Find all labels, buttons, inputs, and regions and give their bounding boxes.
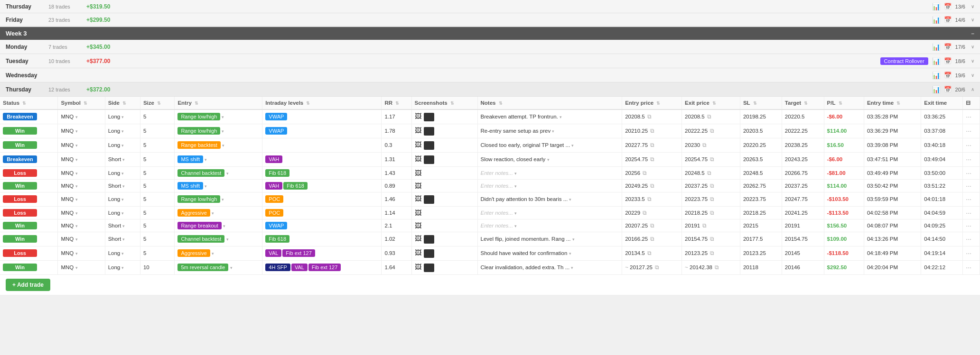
add-screenshot-icon[interactable]: 🖼 xyxy=(415,169,421,177)
entry-dropdown[interactable]: ▾ xyxy=(205,157,207,162)
add-screenshot-icon[interactable]: 🖼 xyxy=(415,249,421,256)
notes-dropdown[interactable]: ▾ xyxy=(514,184,517,189)
col-header-notes[interactable]: Notes ⇅ xyxy=(477,97,622,109)
notes-cell[interactable]: Enter notes... ▾ xyxy=(477,219,622,232)
copy-icon[interactable]: ⧉ xyxy=(647,196,652,202)
screenshot-thumb[interactable] xyxy=(424,127,434,136)
calendar-icon[interactable]: 📅 xyxy=(944,86,952,93)
chart-icon[interactable]: 📊 xyxy=(932,43,940,51)
side-dropdown[interactable]: ▾ xyxy=(122,224,125,228)
notes-cell[interactable]: Re-entry same setup as prev ▾ xyxy=(477,124,622,138)
symbol-dropdown[interactable]: ▾ xyxy=(75,184,78,189)
chart-icon[interactable]: 📊 xyxy=(932,57,940,65)
entry-dropdown[interactable]: ▾ xyxy=(222,197,224,202)
add-screenshot-icon[interactable]: 🖼 xyxy=(415,155,421,163)
more-cell[interactable]: ··· xyxy=(963,260,980,274)
chart-icon[interactable]: 📊 xyxy=(932,3,940,10)
more-icon[interactable]: ··· xyxy=(966,264,971,271)
copy-icon[interactable]: ⧉ xyxy=(647,250,652,256)
side-dropdown[interactable]: ▾ xyxy=(121,171,124,176)
entry-dropdown[interactable]: ▾ xyxy=(212,251,214,256)
symbol-dropdown[interactable]: ▾ xyxy=(75,143,78,148)
notes-dropdown[interactable]: ▾ xyxy=(569,251,571,256)
copy-icon[interactable]: ⧉ xyxy=(710,250,714,256)
chart-icon[interactable]: 📊 xyxy=(932,86,940,93)
add-screenshot-icon[interactable]: 🖼 xyxy=(415,112,421,120)
symbol-dropdown[interactable]: ▾ xyxy=(75,129,78,134)
add-screenshot-icon[interactable]: 🖼 xyxy=(415,222,421,229)
col-header-exit-price[interactable]: Exit price ⇅ xyxy=(682,97,740,109)
chart-icon[interactable]: 📊 xyxy=(932,72,940,79)
more-cell[interactable]: ··· xyxy=(963,138,980,152)
screenshot-thumb[interactable] xyxy=(424,249,434,258)
col-header-exit-time[interactable]: Exit time xyxy=(921,97,963,109)
more-icon[interactable]: ··· xyxy=(966,113,971,120)
notes-cell[interactable]: Slow reaction, closed early ▾ xyxy=(477,152,622,166)
add-screenshot-icon[interactable]: 🖼 xyxy=(415,195,421,202)
side-dropdown[interactable]: ▾ xyxy=(121,197,124,202)
copy-icon[interactable]: ⧉ xyxy=(715,264,719,271)
col-header-entry-time[interactable]: Entry time ⇅ xyxy=(864,97,921,109)
notes-dropdown[interactable]: ▾ xyxy=(571,143,574,148)
entry-dropdown[interactable]: ▾ xyxy=(222,129,224,134)
notes-dropdown[interactable]: ▾ xyxy=(547,157,550,162)
calendar-icon[interactable]: 📅 xyxy=(944,3,952,10)
screenshots-cell[interactable]: 🖼 xyxy=(411,192,477,206)
col-header-target[interactable]: Target ⇅ xyxy=(782,97,824,109)
side-dropdown[interactable]: ▾ xyxy=(122,184,125,189)
calendar-icon[interactable]: 📅 xyxy=(944,57,952,64)
screenshot-thumb[interactable] xyxy=(424,155,434,164)
screenshots-cell[interactable]: 🖼 xyxy=(411,206,477,219)
side-dropdown[interactable]: ▾ xyxy=(121,143,124,148)
col-header-entry-price[interactable]: Entry price ⇅ xyxy=(622,97,682,109)
more-icon[interactable]: ··· xyxy=(966,127,971,135)
copy-icon[interactable]: ⧉ xyxy=(707,170,711,176)
notes-dropdown[interactable]: ▾ xyxy=(514,211,517,216)
col-header-filter[interactable]: ⊟ xyxy=(963,97,980,109)
copy-icon[interactable]: ⧉ xyxy=(710,156,714,163)
copy-icon[interactable]: ⧉ xyxy=(702,222,707,229)
entry-dropdown[interactable]: ▾ xyxy=(222,115,224,119)
screenshots-cell[interactable]: 🖼 xyxy=(411,109,477,124)
notes-cell[interactable]: Clear invalidation, added extra. Th ... … xyxy=(477,260,622,274)
entry-dropdown[interactable]: ▾ xyxy=(212,211,214,216)
more-cell[interactable]: ··· xyxy=(963,192,980,206)
symbol-dropdown[interactable]: ▾ xyxy=(75,211,78,216)
symbol-dropdown[interactable]: ▾ xyxy=(75,237,78,242)
copy-icon[interactable]: ⧉ xyxy=(655,264,659,271)
calendar-icon[interactable]: 📅 xyxy=(944,16,952,23)
chart-icon[interactable]: 📊 xyxy=(932,16,940,24)
more-icon[interactable]: ··· xyxy=(966,155,971,163)
col-header-entry[interactable]: Entry ⇅ xyxy=(175,97,262,109)
notes-dropdown[interactable]: ▾ xyxy=(571,265,573,270)
col-header-sl[interactable]: SL ⇅ xyxy=(740,97,782,109)
more-cell[interactable]: ··· xyxy=(963,179,980,192)
screenshots-cell[interactable]: 🖼 xyxy=(411,246,477,260)
notes-dropdown[interactable]: ▾ xyxy=(569,197,571,202)
add-screenshot-icon[interactable]: 🖼 xyxy=(415,127,421,134)
week-collapse-icon[interactable]: − xyxy=(971,30,974,37)
more-icon[interactable]: ··· xyxy=(966,141,971,149)
screenshots-cell[interactable]: 🖼 xyxy=(411,166,477,179)
more-icon[interactable]: ··· xyxy=(966,249,971,257)
copy-icon[interactable]: ⧉ xyxy=(650,156,654,163)
side-dropdown[interactable]: ▾ xyxy=(121,265,124,270)
side-dropdown[interactable]: ▾ xyxy=(121,251,124,256)
notes-dropdown[interactable]: ▾ xyxy=(514,171,517,176)
more-icon[interactable]: ··· xyxy=(966,169,971,177)
add-screenshot-icon[interactable]: 🖼 xyxy=(415,209,421,217)
notes-cell[interactable]: Enter notes... ▾ xyxy=(477,179,622,192)
copy-icon[interactable]: ⧉ xyxy=(650,222,654,229)
copy-icon[interactable]: ⧉ xyxy=(643,209,647,216)
more-cell[interactable]: ··· xyxy=(963,232,980,246)
col-header-screenshots[interactable]: Screenshots ⇅ xyxy=(411,97,477,109)
symbol-dropdown[interactable]: ▾ xyxy=(75,251,78,256)
copy-icon[interactable]: ⧉ xyxy=(650,182,654,189)
screenshot-thumb[interactable] xyxy=(424,235,434,244)
col-header-symbol[interactable]: Symbol ⇅ xyxy=(58,97,105,109)
screenshots-cell[interactable]: 🖼 xyxy=(411,260,477,274)
side-dropdown[interactable]: ▾ xyxy=(122,157,125,162)
col-header-side[interactable]: Side ⇅ xyxy=(105,97,140,109)
screenshot-thumb[interactable] xyxy=(424,195,434,204)
copy-icon[interactable]: ⧉ xyxy=(650,142,654,148)
